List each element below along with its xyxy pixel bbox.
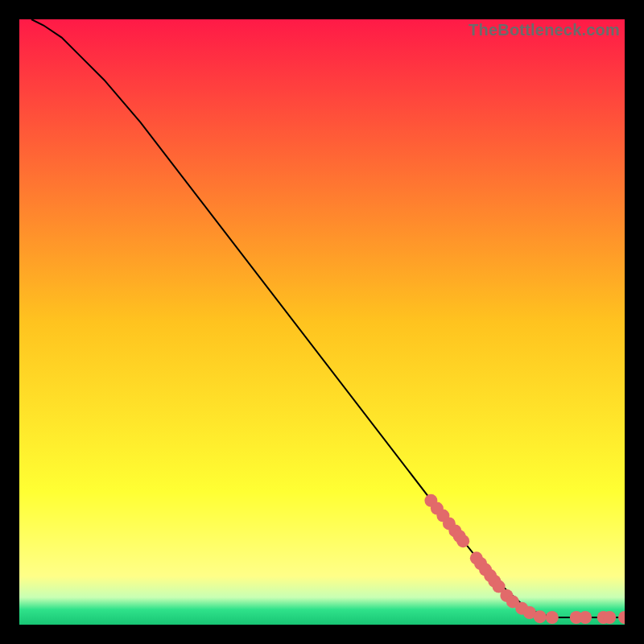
chart-frame: TheBottleneck.com (19, 19, 625, 625)
data-marker (579, 611, 592, 624)
chart-svg (19, 19, 625, 625)
data-marker (546, 611, 559, 624)
data-marker (456, 535, 469, 547)
data-marker (603, 611, 616, 624)
data-marker (534, 610, 547, 623)
watermark-text: TheBottleneck.com (469, 21, 620, 39)
chart-background (19, 19, 625, 625)
